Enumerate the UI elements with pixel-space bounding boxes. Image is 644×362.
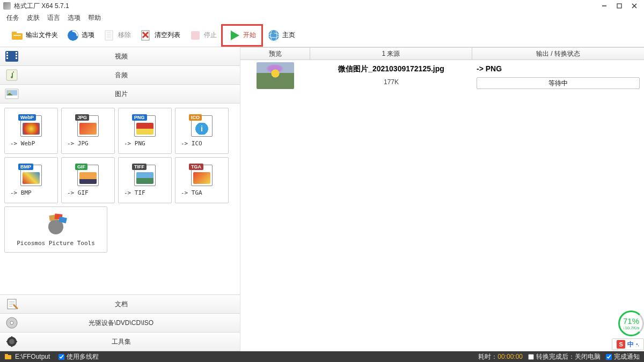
svg-rect-5 — [12, 32, 17, 34]
options-button[interactable]: 选项 — [62, 27, 99, 44]
table-row[interactable]: 微信图片_20210309172125.jpg 177K -> PNG 等待中 — [240, 60, 644, 91]
options-label: 选项 — [82, 31, 94, 40]
stop-button[interactable]: 停止 — [185, 27, 221, 44]
clear-icon — [140, 29, 152, 42]
format-webp[interactable]: WebP -> WebP — [4, 108, 58, 154]
formats-area: WebP -> WebP JPG -> JPG PNG -> PNG ICOi … — [0, 104, 240, 295]
clear-list-button[interactable]: 清空列表 — [135, 27, 185, 44]
th-preview[interactable]: 预览 — [240, 48, 310, 60]
category-disc[interactable]: 光驱设备\DVD\CD\ISO — [0, 313, 240, 333]
remove-label: 移除 — [118, 31, 131, 40]
format-thumb: GIF — [77, 165, 99, 186]
output-folder-button[interactable]: 输出文件夹 — [6, 27, 62, 44]
multithread-input[interactable] — [58, 354, 64, 360]
menu-help[interactable]: 帮助 — [88, 13, 101, 23]
ime-logo: S — [617, 340, 625, 349]
play-icon — [228, 29, 241, 42]
svg-rect-20 — [6, 55, 8, 56]
format-jpg[interactable]: JPG -> JPG — [61, 108, 115, 154]
format-thumb: BMP — [20, 165, 42, 186]
category-doc[interactable]: 文档 — [0, 294, 240, 314]
format-tif[interactable]: TIFF -> TIF — [118, 157, 172, 203]
category-video[interactable]: 视频 — [0, 47, 240, 66]
stop-label: 停止 — [204, 31, 217, 40]
menu-skin[interactable]: 皮肤 — [27, 13, 40, 23]
output-path[interactable]: E:\FFOutput — [15, 353, 50, 360]
format-bmp[interactable]: BMP -> BMP — [4, 157, 58, 203]
svg-point-40 — [10, 321, 13, 324]
home-label: 主页 — [282, 31, 295, 40]
speed-rate: ↓10.7K/s — [623, 326, 639, 330]
target-format: -> PNG — [477, 64, 640, 73]
notify-input[interactable] — [606, 354, 612, 360]
speed-widget[interactable]: 71% ↓10.7K/s — [618, 311, 644, 336]
cell-output: -> PNG 等待中 — [472, 62, 644, 89]
category-doc-label: 文档 — [24, 300, 240, 309]
svg-rect-22 — [16, 52, 17, 54]
picosmos-icon — [41, 213, 71, 237]
options-icon — [67, 29, 79, 42]
titlebar: 格式工厂 X64 5.7.1 — [0, 0, 644, 12]
content: 视频 音频 图片 WebP -> WebP JPG -> JPG — [0, 47, 644, 351]
th-output[interactable]: 输出 / 转换状态 — [472, 48, 644, 60]
menu-option[interactable]: 选项 — [68, 13, 80, 23]
format-png[interactable]: PNG -> PNG — [118, 108, 172, 154]
bottom-categories: 文档 光驱设备\DVD\CD\ISO 工具集 — [0, 295, 240, 351]
statusbar: E:\FFOutput 使用多线程 耗时：00:00:00 转换完成后：关闭电脑… — [0, 351, 644, 362]
svg-rect-21 — [6, 57, 8, 59]
app-icon — [3, 2, 11, 10]
close-after-label: 转换完成后：关闭电脑 — [536, 352, 601, 361]
start-highlight: 开始 — [221, 24, 263, 47]
disc-icon — [3, 315, 20, 330]
menubar: 任务 皮肤 语言 选项 帮助 — [0, 12, 644, 24]
svg-marker-15 — [231, 31, 239, 40]
menu-lang[interactable]: 语言 — [47, 13, 60, 23]
minimize-button[interactable] — [598, 1, 611, 11]
menu-task[interactable]: 任务 — [6, 13, 19, 23]
remove-button[interactable]: 移除 — [99, 27, 135, 44]
folder-icon — [11, 29, 24, 42]
stop-icon — [189, 29, 202, 42]
category-tools[interactable]: 工具集 — [0, 332, 240, 351]
maximize-button[interactable] — [613, 1, 626, 11]
format-grid: WebP -> WebP JPG -> JPG PNG -> PNG ICOi … — [4, 108, 236, 253]
output-folder-label: 输出文件夹 — [26, 31, 58, 40]
category-image-label: 图片 — [24, 90, 240, 99]
close-after-input[interactable] — [528, 354, 534, 360]
close-after-checkbox[interactable]: 转换完成后：关闭电脑 — [528, 352, 601, 361]
audio-icon — [3, 68, 20, 83]
format-thumb: WebP — [20, 115, 42, 137]
format-tga[interactable]: TGA -> TGA — [175, 157, 229, 203]
status-pill: 等待中 — [477, 77, 640, 89]
sidebar: 视频 音频 图片 WebP -> WebP JPG -> JPG — [0, 47, 240, 351]
svg-rect-44 — [15, 341, 17, 342]
svg-rect-24 — [16, 57, 17, 59]
cell-source: 微信图片_20210309172125.jpg 177K — [310, 62, 472, 89]
multithread-checkbox[interactable]: 使用多线程 — [58, 352, 99, 361]
th-source[interactable]: 1 来源 — [310, 48, 472, 60]
notify-label: 完成通知 — [614, 352, 640, 361]
notify-checkbox[interactable]: 完成通知 — [606, 352, 640, 361]
format-picosmos[interactable]: Picosmos Picture Tools — [4, 206, 107, 253]
table-header: 预览 1 来源 输出 / 转换状态 — [240, 47, 644, 60]
svg-rect-1 — [617, 4, 621, 8]
format-ico[interactable]: ICOi -> ICO — [175, 108, 229, 154]
home-button[interactable]: 主页 — [263, 27, 299, 44]
start-button[interactable]: 开始 — [224, 27, 260, 44]
category-video-label: 视频 — [24, 52, 240, 61]
category-audio-label: 音频 — [24, 71, 240, 80]
ime-widget[interactable]: S 中 •, — [612, 338, 644, 350]
format-gif[interactable]: GIF -> GIF — [61, 157, 115, 203]
svg-point-16 — [268, 30, 279, 41]
start-label: 开始 — [243, 31, 256, 40]
speed-percent: 71% — [623, 316, 639, 326]
category-image[interactable]: 图片 — [0, 84, 240, 104]
svg-rect-45 — [11, 336, 12, 338]
close-button[interactable] — [628, 1, 641, 11]
clear-label: 清空列表 — [155, 31, 180, 40]
thumbnail-image — [257, 62, 294, 89]
category-audio[interactable]: 音频 — [0, 65, 240, 85]
ime-lang: 中 — [627, 340, 634, 349]
svg-rect-48 — [5, 354, 8, 356]
toolbar: 输出文件夹 选项 移除 清空列表 停止 开始 主页 — [0, 24, 644, 47]
